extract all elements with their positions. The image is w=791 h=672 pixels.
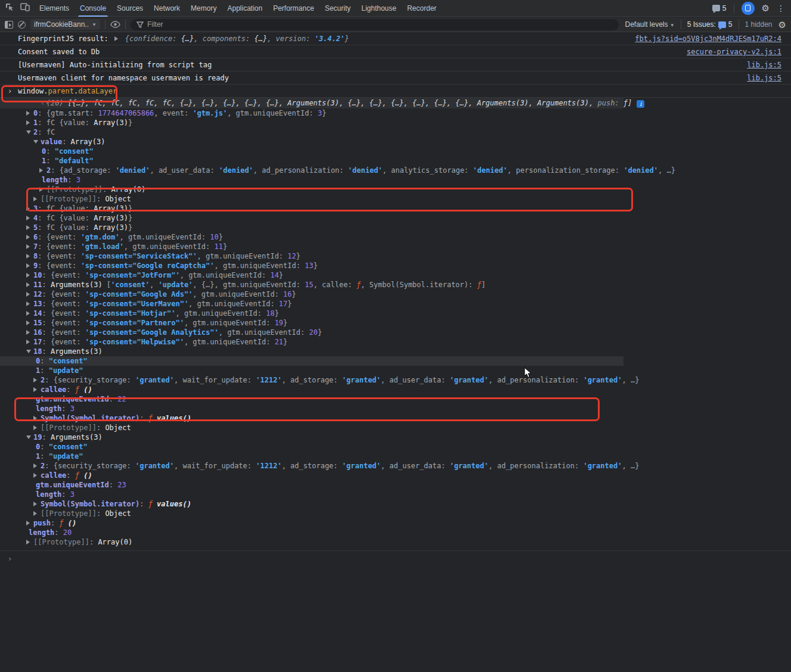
inspect-icon[interactable] [5, 2, 14, 14]
tree-row[interactable]: 6: {event: 'gtm.dom', gtm.uniqueEventId:… [0, 232, 791, 242]
tree-row[interactable]: push: ƒ () [0, 518, 791, 528]
expand-arrow-icon[interactable] [26, 282, 30, 287]
collapse-arrow-icon[interactable] [26, 350, 31, 353]
expand-arrow-icon[interactable] [26, 330, 30, 335]
expand-arrow-icon[interactable] [26, 340, 30, 344]
collapse-arrow-icon[interactable] [33, 140, 38, 144]
tab-application[interactable]: Application [222, 0, 268, 17]
extension-icon[interactable] [742, 2, 755, 15]
expand-arrow-icon[interactable] [26, 263, 30, 268]
console-command-echo[interactable]: › window.parent.dataLayer [0, 85, 791, 98]
tree-row[interactable]: 10: {event: 'sp-consent="JotForm"', gtm.… [0, 270, 791, 280]
tree-row[interactable]: [[Prototype]]: Object [0, 423, 791, 433]
tree-row[interactable]: [[Prototype]]: Object [0, 194, 791, 204]
collapse-arrow-icon[interactable] [26, 130, 31, 134]
tree-row[interactable]: [[Prototype]]: Object [0, 509, 791, 518]
expand-arrow-icon[interactable] [33, 511, 37, 516]
expand-arrow-icon[interactable] [33, 502, 37, 506]
clear-console-icon[interactable] [18, 21, 26, 29]
tree-row[interactable]: 14: {event: 'sp-consent="Hotjar"', gtm.u… [0, 309, 791, 318]
tree-row[interactable]: [[Prototype]]: Array(0) [0, 185, 791, 194]
source-link[interactable]: secure-privacy-v2.js:1 [687, 48, 781, 56]
expand-arrow-icon[interactable] [26, 244, 30, 249]
expand-arrow-icon[interactable] [26, 225, 30, 230]
expand-arrow-icon[interactable] [39, 168, 43, 173]
expand-arrow-icon[interactable] [33, 463, 37, 468]
expand-arrow-icon[interactable] [33, 416, 37, 421]
tree-row[interactable]: 1: fC {value: Array(3)} [0, 118, 791, 127]
expand-arrow-icon[interactable] [26, 206, 30, 211]
expand-arrow-icon[interactable] [33, 425, 37, 430]
expand-arrow-icon[interactable] [26, 292, 30, 297]
tree-row[interactable]: 0: {gtm.start: 1774647065866, event: 'gt… [0, 108, 791, 118]
expand-arrow-icon[interactable] [26, 311, 30, 316]
tab-security[interactable]: Security [319, 0, 356, 17]
tree-row[interactable]: 2: {security_storage: 'granted', wait_fo… [0, 461, 791, 471]
settings-gear-icon[interactable]: ⚙ [762, 4, 770, 13]
expand-arrow-icon[interactable] [33, 387, 37, 392]
expand-arrow-icon[interactable] [39, 187, 43, 192]
expand-arrow-icon[interactable] [33, 197, 37, 201]
tab-elements[interactable]: Elements [34, 0, 75, 17]
tree-row[interactable]: 12: {event: 'sp-consent="Google Ads"', g… [0, 290, 791, 299]
expand-arrow-icon[interactable] [26, 216, 30, 220]
tree-row[interactable]: callee: ƒ () [0, 471, 791, 480]
source-link[interactable]: lib.js:5 [747, 61, 781, 69]
expand-arrow-icon[interactable] [26, 521, 30, 525]
info-icon[interactable]: i [637, 100, 644, 108]
tree-row[interactable]: 9: {event: 'sp-consent="Google reCaptcha… [0, 261, 791, 270]
expand-arrow-icon[interactable] [26, 273, 30, 278]
tab-lighthouse[interactable]: Lighthouse [356, 0, 402, 17]
tree-row[interactable]: Symbol(Symbol.iterator): ƒ values() [0, 413, 791, 423]
issues-counter[interactable]: 5 Issues: 5 [687, 20, 733, 29]
tree-row[interactable]: 8: {event: 'sp-consent="ServiceStack"', … [0, 251, 791, 261]
source-link[interactable]: lib.js:5 [747, 74, 781, 82]
tree-row[interactable]: 4: fC {value: Array(3)} [0, 213, 791, 223]
tab-recorder[interactable]: Recorder [402, 0, 442, 17]
console-prompt[interactable]: › [0, 551, 791, 564]
result-preview-row[interactable]: ‹· (20) [{…}, fC, fC, fC, fC, fC, {…}, {… [0, 98, 791, 108]
expand-arrow-icon[interactable] [26, 235, 30, 239]
tree-row[interactable]: 3: fC {value: Array(3)} [0, 204, 791, 213]
expand-arrow-icon[interactable] [26, 120, 30, 125]
expand-arrow-icon[interactable] [26, 111, 30, 116]
tab-performance[interactable]: Performance [268, 0, 319, 17]
tree-row[interactable]: 7: {event: 'gtm.load', gtm.uniqueEventId… [0, 242, 791, 251]
tree-row[interactable]: 2: fC [0, 127, 791, 137]
expand-arrow-icon[interactable] [33, 473, 37, 478]
tree-row[interactable]: callee: ƒ () [0, 385, 791, 394]
kebab-menu-icon[interactable]: ⋮ [777, 4, 785, 13]
console-settings-gear-icon[interactable]: ⚙ [778, 20, 786, 29]
tree-row[interactable]: 2: {ad_storage: 'denied', ad_user_data: … [0, 166, 791, 175]
tree-row[interactable]: value: Array(3) [0, 137, 791, 147]
tree-row[interactable]: Symbol(Symbol.iterator): ƒ values() [0, 499, 791, 509]
tree-row[interactable]: 18: Arguments(3) [0, 347, 791, 356]
console-sidebar-icon[interactable] [5, 21, 13, 29]
expand-arrow-icon[interactable] [33, 378, 37, 382]
tree-row[interactable]: 19: Arguments(3) [0, 433, 791, 442]
issues-badge[interactable]: 5 [712, 4, 727, 13]
expand-arrow-icon[interactable] [26, 321, 30, 325]
tree-row[interactable]: 2: {security_storage: 'granted', wait_fo… [0, 375, 791, 385]
object-preview[interactable]: {confidence: {…}, components: {…}, versi… [125, 35, 349, 43]
collapse-arrow-icon[interactable] [26, 435, 31, 439]
expand-arrow-icon[interactable] [26, 254, 30, 259]
context-selector[interactable]: ifrmCookieBann... ▼ [30, 19, 100, 30]
tree-row[interactable]: 15: {event: 'sp-consent="Partnero"', gtm… [0, 318, 791, 328]
device-toolbar-icon[interactable] [20, 2, 30, 14]
expand-arrow-icon[interactable] [114, 36, 118, 41]
tree-row[interactable]: 13: {event: 'sp-consent="UserMaven"', gt… [0, 299, 791, 309]
tab-sources[interactable]: Sources [111, 0, 148, 17]
tree-row[interactable]: 16: {event: 'sp-consent="Google Analytic… [0, 328, 791, 337]
log-levels-dropdown[interactable]: Default levels ▼ [625, 20, 674, 29]
filter-input[interactable]: Filter [131, 19, 619, 30]
tree-row[interactable]: 5: fC {value: Array(3)} [0, 223, 791, 232]
expand-arrow-icon[interactable] [26, 301, 30, 306]
source-link[interactable]: fbt.js?sid=o5V8jc3nM4dRJESm17uR2:4 [635, 35, 781, 43]
expand-arrow-icon[interactable] [26, 540, 30, 545]
tree-row[interactable]: [[Prototype]]: Array(0) [0, 537, 791, 547]
tab-console[interactable]: Console [75, 0, 111, 17]
live-expression-eye-icon[interactable] [110, 21, 120, 28]
tab-network[interactable]: Network [148, 0, 185, 17]
tree-row[interactable]: 11: Arguments(3) ['consent', 'update', {… [0, 280, 791, 290]
